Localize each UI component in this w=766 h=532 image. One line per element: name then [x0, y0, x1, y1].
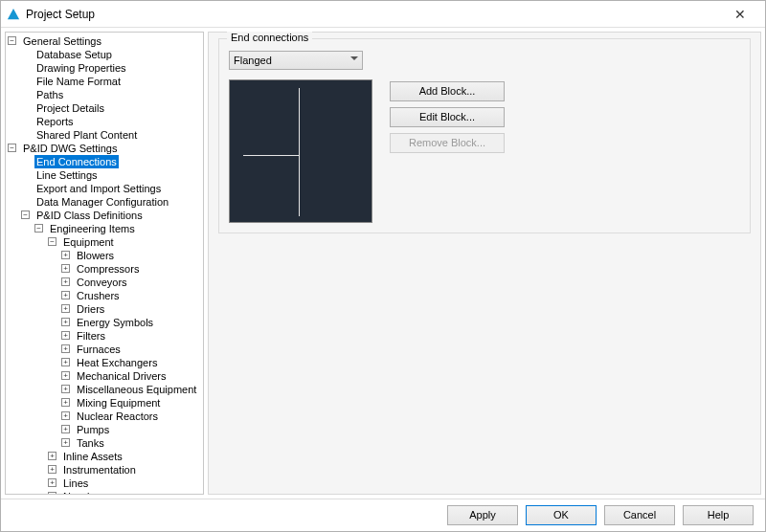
tree-item-nuclear-reactors[interactable]: Nuclear Reactors: [75, 410, 160, 423]
expand-icon[interactable]: +: [61, 371, 70, 380]
chevron-down-icon: [350, 56, 358, 60]
tree-item-heat-exchangers[interactable]: Heat Exchangers: [75, 356, 159, 369]
tree-item-shared-plant-content[interactable]: Shared Plant Content: [34, 128, 139, 142]
expand-icon[interactable]: +: [61, 425, 70, 433]
tree-item-lines[interactable]: Lines: [61, 477, 90, 490]
tree-item-pumps[interactable]: Pumps: [75, 423, 111, 436]
tree-item-engineering-items[interactable]: Engineering Items: [48, 222, 137, 235]
tree-item-compressors[interactable]: Compressors: [75, 262, 141, 276]
nav-tree[interactable]: − General Settings Database Setup Drawin…: [5, 32, 204, 495]
expand-icon[interactable]: +: [61, 251, 70, 259]
expand-icon[interactable]: +: [48, 478, 56, 487]
tree-item-database-setup[interactable]: Database Setup: [34, 48, 114, 61]
end-connection-type-combo[interactable]: Flanged: [229, 51, 363, 70]
expand-icon[interactable]: +: [48, 452, 56, 460]
tree-item-data-manager[interactable]: Data Manager Configuration: [34, 195, 170, 209]
project-setup-window: Project Setup ✕ − General Settings Datab…: [0, 0, 766, 532]
expand-icon[interactable]: +: [61, 411, 70, 420]
expand-icon[interactable]: +: [61, 277, 70, 286]
expand-icon[interactable]: +: [61, 318, 70, 326]
tree-item-equipment[interactable]: Equipment: [61, 235, 116, 249]
tree-item-mixing-equipment[interactable]: Mixing Equipment: [75, 396, 162, 410]
apply-button[interactable]: Apply: [447, 505, 518, 525]
ok-button[interactable]: OK: [526, 505, 597, 525]
tree-item-conveyors[interactable]: Conveyors: [75, 276, 129, 289]
tree-item-paths[interactable]: Paths: [34, 88, 65, 101]
edit-block-button[interactable]: Edit Block...: [390, 107, 505, 127]
expand-icon[interactable]: +: [61, 304, 70, 313]
tree-item-mechanical-drivers[interactable]: Mechanical Drivers: [75, 369, 169, 383]
tree-item-reports[interactable]: Reports: [34, 115, 76, 128]
expand-icon[interactable]: +: [61, 438, 70, 447]
expand-icon[interactable]: +: [48, 492, 56, 495]
collapse-icon[interactable]: −: [21, 211, 30, 219]
tree-item-tanks[interactable]: Tanks: [75, 436, 106, 450]
add-block-button[interactable]: Add Block...: [390, 81, 505, 101]
window-title: Project Setup: [26, 8, 721, 21]
tree-item-crushers[interactable]: Crushers: [75, 289, 122, 302]
expand-icon[interactable]: +: [48, 465, 56, 474]
tree-item-nozzles[interactable]: Nozzles: [61, 490, 102, 495]
block-preview: [229, 79, 372, 223]
expand-icon[interactable]: +: [61, 331, 70, 340]
content-panel: End connections Flanged Add Block... Edi…: [208, 32, 761, 495]
expand-icon[interactable]: +: [61, 385, 70, 393]
tree-item-energy-symbols[interactable]: Energy Symbols: [75, 316, 155, 329]
tree-item-instrumentation[interactable]: Instrumentation: [61, 463, 138, 477]
tree-item-general-settings[interactable]: General Settings: [21, 34, 103, 48]
tree-item-file-name-format[interactable]: File Name Format: [34, 75, 123, 88]
close-button[interactable]: ✕: [721, 7, 759, 22]
collapse-icon[interactable]: −: [8, 144, 16, 152]
tree-item-pid-dwg-settings[interactable]: P&ID DWG Settings: [21, 142, 119, 155]
tree-item-drawing-properties[interactable]: Drawing Properties: [34, 61, 128, 75]
tree-item-export-import[interactable]: Export and Import Settings: [34, 182, 163, 195]
remove-block-button: Remove Block...: [390, 133, 505, 153]
end-connections-group: End connections Flanged Add Block... Edi…: [218, 38, 751, 233]
dialog-footer: Apply OK Cancel Help: [1, 499, 765, 531]
tree-item-furnaces[interactable]: Furnaces: [75, 343, 123, 356]
tree-item-driers[interactable]: Driers: [75, 302, 106, 316]
expand-icon[interactable]: +: [61, 264, 70, 273]
tree-item-filters[interactable]: Filters: [75, 329, 107, 343]
app-logo-icon: [7, 8, 20, 21]
combo-value: Flanged: [234, 55, 272, 66]
dialog-body: − General Settings Database Setup Drawin…: [1, 28, 765, 499]
tree-item-misc-equipment[interactable]: Miscellaneous Equipment: [75, 383, 198, 396]
collapse-icon[interactable]: −: [48, 237, 56, 246]
svg-marker-0: [8, 8, 19, 18]
tree-item-end-connections[interactable]: End Connections: [34, 155, 119, 168]
tree-item-inline-assets[interactable]: Inline Assets: [61, 450, 124, 463]
expand-icon[interactable]: +: [61, 344, 70, 353]
expand-icon[interactable]: +: [61, 398, 70, 407]
collapse-icon[interactable]: −: [8, 36, 16, 45]
tree-item-class-definitions[interactable]: P&ID Class Definitions: [34, 209, 145, 222]
group-title: End connections: [227, 32, 312, 43]
help-button[interactable]: Help: [683, 505, 754, 525]
preview-vertical-line: [299, 88, 300, 216]
tree-item-blowers[interactable]: Blowers: [75, 249, 116, 262]
preview-horizontal-line: [243, 155, 299, 156]
collapse-icon[interactable]: −: [34, 224, 43, 233]
tree-item-line-settings[interactable]: Line Settings: [34, 168, 100, 182]
expand-icon[interactable]: +: [61, 291, 70, 299]
tree-item-project-details[interactable]: Project Details: [34, 101, 106, 115]
cancel-button[interactable]: Cancel: [604, 505, 675, 525]
expand-icon[interactable]: +: [61, 358, 70, 366]
titlebar: Project Setup ✕: [1, 1, 765, 28]
